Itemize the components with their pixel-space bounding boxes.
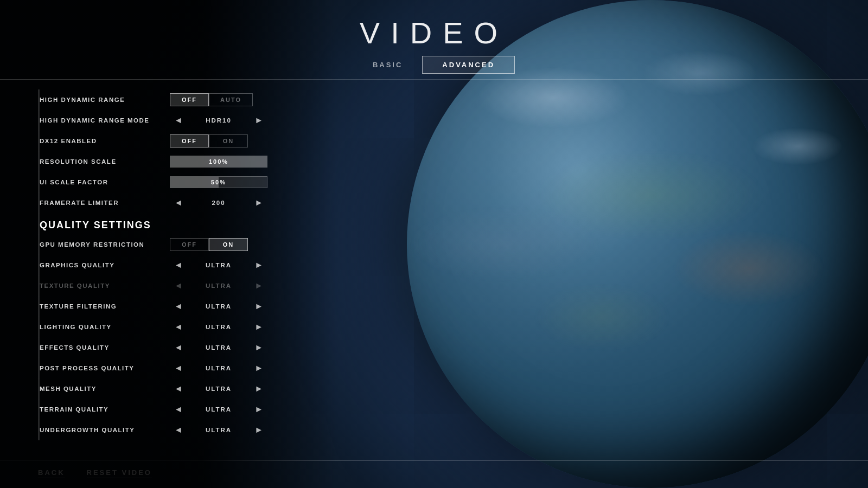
selector-post-process: ◄ ULTRA ► (170, 363, 267, 374)
value-framerate: 200 (197, 200, 240, 206)
label-terrain-quality: TERRAIN QUALITY (40, 406, 170, 413)
setting-post-process: POST PROCESS QUALITY ◄ ULTRA ► (38, 358, 298, 378)
selector-texture-quality: ◄ ULTRA ► (170, 280, 267, 291)
slider-ui-scale[interactable]: 50% (170, 176, 267, 188)
arrow-left-graphics[interactable]: ◄ (170, 260, 187, 271)
label-effects-quality: EFFECTS QUALITY (40, 344, 170, 351)
selector-terrain-quality: ◄ ULTRA ► (170, 404, 267, 415)
tab-advanced[interactable]: ADVANCED (422, 56, 515, 74)
arrow-right-terrain[interactable]: ► (250, 404, 267, 415)
label-ui-scale: UI SCALE FACTOR (40, 179, 170, 185)
value-post-process: ULTRA (197, 365, 240, 371)
selector-lighting-quality: ◄ ULTRA ► (170, 322, 267, 332)
label-texture-quality: TEXTURE QUALITY (40, 282, 170, 289)
toggle-dx12: OFF ON (170, 134, 248, 147)
arrow-right-lighting[interactable]: ► (250, 322, 267, 332)
arrow-left-undergrowth[interactable]: ◄ (170, 425, 187, 435)
selector-texture-filtering: ◄ ULTRA ► (170, 301, 267, 312)
selector-mesh-quality: ◄ ULTRA ► (170, 383, 267, 394)
arrow-left-lighting[interactable]: ◄ (170, 322, 187, 332)
selector-undergrowth-quality: ◄ ULTRA ► (170, 425, 267, 435)
arrow-right-graphics[interactable]: ► (250, 260, 267, 271)
label-hdr-mode: HIGH DYNAMIC RANGE MODE (40, 117, 170, 124)
arrow-left-effects[interactable]: ◄ (170, 342, 187, 353)
setting-effects-quality: EFFECTS QUALITY ◄ ULTRA ► (38, 337, 298, 358)
setting-graphics-quality: GRAPHICS QUALITY ◄ ULTRA ► (38, 255, 298, 275)
selector-effects-quality: ◄ ULTRA ► (170, 342, 267, 353)
label-dx12: DX12 ENABLED (40, 138, 170, 144)
setting-texture-filtering: TEXTURE FILTERING ◄ ULTRA ► (38, 296, 298, 317)
setting-texture-quality: TEXTURE QUALITY ◄ ULTRA ► (38, 275, 298, 296)
label-lighting-quality: LIGHTING QUALITY (40, 324, 170, 330)
tab-basic[interactable]: BASIC (353, 56, 422, 74)
label-post-process: POST PROCESS QUALITY (40, 365, 170, 371)
slider-label-resolution: 100% (170, 158, 267, 165)
arrow-left-mesh[interactable]: ◄ (170, 383, 187, 394)
slider-label-ui: 50% (170, 179, 267, 185)
setting-high-dynamic-range: HIGH DYNAMIC RANGE OFF AUTO (38, 89, 298, 110)
label-high-dynamic-range: HIGH DYNAMIC RANGE (40, 97, 170, 103)
value-hdr-mode: HDR10 (197, 117, 240, 124)
label-framerate: FRAMERATE LIMITER (40, 200, 170, 206)
selector-hdr-mode: ◄ HDR10 ► (170, 115, 267, 126)
section-quality-header: QUALITY SETTINGS (38, 213, 298, 234)
toggle-dx12-off[interactable]: OFF (170, 134, 209, 147)
toggle-hdr: OFF AUTO (170, 93, 253, 106)
setting-lighting-quality: LIGHTING QUALITY ◄ ULTRA ► (38, 317, 298, 337)
selector-framerate: ◄ 200 ► (170, 197, 267, 208)
toggle-hdr-off[interactable]: OFF (170, 93, 209, 106)
label-undergrowth-quality: UNDERGROWTH QUALITY (40, 427, 170, 433)
value-texture-quality: ULTRA (197, 282, 240, 289)
toggle-dx12-on[interactable]: ON (209, 134, 248, 147)
value-terrain-quality: ULTRA (197, 406, 240, 413)
arrow-right-undergrowth[interactable]: ► (250, 425, 267, 435)
value-texture-filtering: ULTRA (197, 303, 240, 310)
arrow-left-terrain[interactable]: ◄ (170, 404, 187, 415)
setting-ui-scale: UI SCALE FACTOR 50% (38, 172, 298, 192)
slider-resolution-scale[interactable]: 100% (170, 156, 267, 168)
label-gpu-memory: GPU MEMORY RESTRICTION (40, 241, 170, 248)
arrow-left-texture-filtering[interactable]: ◄ (170, 301, 187, 312)
value-lighting-quality: ULTRA (197, 324, 240, 330)
arrow-left-post-process[interactable]: ◄ (170, 363, 187, 374)
arrow-left-texture-quality[interactable]: ◄ (170, 280, 187, 291)
value-mesh-quality: ULTRA (197, 386, 240, 392)
page-title: VIDEO (0, 0, 868, 56)
value-graphics-quality: ULTRA (197, 262, 240, 268)
setting-hdr-mode: HIGH DYNAMIC RANGE MODE ◄ HDR10 ► (38, 110, 298, 131)
tab-bar: BASIC ADVANCED (0, 56, 868, 74)
arrow-left-hdr-mode[interactable]: ◄ (170, 115, 187, 126)
value-undergrowth-quality: ULTRA (197, 427, 240, 433)
label-texture-filtering: TEXTURE FILTERING (40, 303, 170, 310)
label-mesh-quality: MESH QUALITY (40, 386, 170, 392)
toggle-gpu-memory-off[interactable]: OFF (170, 238, 209, 251)
setting-dx12: DX12 ENABLED OFF ON (38, 131, 298, 151)
toggle-hdr-auto[interactable]: AUTO (209, 93, 253, 106)
setting-framerate: FRAMERATE LIMITER ◄ 200 ► (38, 192, 298, 213)
arrow-left-framerate[interactable]: ◄ (170, 197, 187, 208)
arrow-right-post-process[interactable]: ► (250, 363, 267, 374)
value-effects-quality: ULTRA (197, 344, 240, 351)
settings-list: HIGH DYNAMIC RANGE OFF AUTO HIGH DYNAMIC… (38, 89, 298, 440)
arrow-right-effects[interactable]: ► (250, 342, 267, 353)
arrow-right-texture-filtering[interactable]: ► (250, 301, 267, 312)
setting-resolution-scale: RESOLUTION SCALE 100% (38, 151, 298, 172)
arrow-right-framerate[interactable]: ► (250, 197, 267, 208)
setting-gpu-memory: GPU MEMORY RESTRICTION OFF ON (38, 234, 298, 255)
label-resolution-scale: RESOLUTION SCALE (40, 158, 170, 165)
label-graphics-quality: GRAPHICS QUALITY (40, 262, 170, 268)
arrow-right-texture-quality[interactable]: ► (250, 280, 267, 291)
selector-graphics-quality: ◄ ULTRA ► (170, 260, 267, 271)
toggle-gpu-memory-on[interactable]: ON (209, 238, 248, 251)
main-content: VIDEO BASIC ADVANCED HIGH DYNAMIC RANGE … (0, 0, 868, 488)
setting-terrain-quality: TERRAIN QUALITY ◄ ULTRA ► (38, 399, 298, 420)
arrow-right-hdr-mode[interactable]: ► (250, 115, 267, 126)
toggle-gpu-memory: OFF ON (170, 238, 248, 251)
arrow-right-mesh[interactable]: ► (250, 383, 267, 394)
settings-panel: HIGH DYNAMIC RANGE OFF AUTO HIGH DYNAMIC… (0, 80, 868, 488)
setting-undergrowth-quality: UNDERGROWTH QUALITY ◄ ULTRA ► (38, 420, 298, 440)
setting-mesh-quality: MESH QUALITY ◄ ULTRA ► (38, 378, 298, 399)
